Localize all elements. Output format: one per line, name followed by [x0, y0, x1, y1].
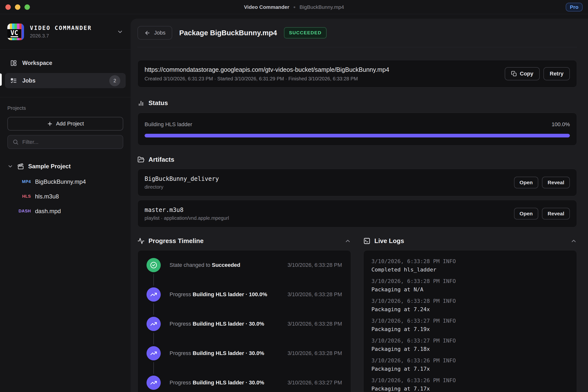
project-file-item[interactable]: MP4 BigBuckBunny.mp4: [7, 174, 123, 189]
bar-chart-icon: [138, 100, 144, 106]
log-message: Packaging at 7.17x: [372, 385, 569, 392]
jobs-count-badge: 2: [109, 75, 120, 86]
log-entry: 3/10/2026, 6:33:26 PM INFO Packaging at …: [372, 377, 569, 392]
close-window-button[interactable]: [6, 4, 11, 10]
log-entry: 3/10/2026, 6:33:27 PM INFO Packaging at …: [372, 317, 569, 333]
reveal-artifact-button[interactable]: Reveal: [542, 208, 570, 220]
log-timestamp: 3/10/2026, 6:33:28 PM INFO: [372, 258, 569, 265]
timeline-card: State changed to Succeeded 3/10/2026, 6:…: [138, 250, 351, 392]
copy-button-label: Copy: [520, 70, 533, 77]
reveal-artifact-button[interactable]: Reveal: [542, 177, 570, 188]
projects-section-label: Projects: [7, 105, 123, 111]
project-file-list: MP4 BigBuckBunny.mp4 HLS hls.m3u8 DASH d…: [7, 174, 123, 218]
job-header: Jobs Package BigBuckBunny.mp4 SUCCEEDED: [138, 26, 577, 40]
log-message: Packaging at N/A: [372, 286, 569, 293]
timeline-item-text: Progress Building HLS ladder · 30.0%: [170, 350, 278, 356]
plus-icon: [47, 121, 53, 127]
active-nav-indicator: [0, 74, 2, 86]
status-percent: 100.0%: [552, 121, 570, 128]
file-name: hls.m3u8: [35, 193, 59, 200]
chevron-up-icon[interactable]: [570, 238, 577, 244]
status-stage-label: Building HLS ladder: [144, 121, 192, 128]
app-name: VIDEO COMMANDER: [30, 25, 92, 31]
list-checks-icon: [10, 78, 17, 84]
live-logs-card: 3/10/2026, 6:33:28 PM INFO Completed hls…: [363, 250, 577, 392]
log-entry: 3/10/2026, 6:33:26 PM INFO Packaging at …: [372, 357, 569, 372]
clapperboard-icon: [18, 163, 24, 170]
job-timestamps: Created 3/10/2026, 6:31:23 PM · Started …: [144, 76, 500, 82]
back-to-jobs-button[interactable]: Jobs: [138, 26, 172, 40]
job-source-card: https://commondatastorage.googleapis.com…: [138, 60, 577, 88]
timeline-item-text: Progress Building HLS ladder · 30.0%: [170, 321, 278, 327]
folder-open-icon: [138, 156, 144, 163]
sidebar-projects-section: Projects Add Project: [0, 97, 130, 152]
log-timestamp: 3/10/2026, 6:33:27 PM INFO: [372, 317, 569, 324]
zoom-window-button[interactable]: [24, 4, 30, 10]
open-artifact-button[interactable]: Open: [514, 177, 538, 188]
open-artifact-button[interactable]: Open: [514, 208, 538, 220]
sidebar-item-workspace[interactable]: Workspace: [5, 56, 126, 70]
file-name: dash.mpd: [35, 208, 61, 214]
timeline-item: Progress Building HLS ladder · 30.0% 3/1…: [146, 368, 342, 392]
sidebar-nav: Workspace Jobs 2: [0, 50, 130, 97]
project-filter: [7, 135, 123, 149]
sidebar: VC VIDEO COMMANDER 2026.3.7 Workspace: [0, 14, 130, 392]
search-icon: [12, 139, 18, 145]
activity-icon: [138, 238, 144, 244]
pro-badge[interactable]: Pro: [566, 3, 582, 12]
timeline-item-text: State changed to Succeeded: [170, 262, 278, 268]
timeline-column: Progress Timeline State changed to Succe…: [138, 237, 351, 392]
project-row[interactable]: Sample Project: [7, 162, 123, 171]
filter-input[interactable]: [22, 139, 118, 145]
project-file-item[interactable]: HLS hls.m3u8: [7, 189, 123, 204]
chevron-down-icon[interactable]: [7, 164, 13, 169]
timeline-item: State changed to Succeeded 3/10/2026, 6:…: [146, 250, 342, 280]
add-project-button[interactable]: Add Project: [7, 117, 123, 130]
log-timestamp: 3/10/2026, 6:33:26 PM INFO: [372, 377, 569, 384]
minimize-window-button[interactable]: [15, 4, 20, 10]
titlebar-document-name: BigBuckBunny.mp4: [300, 4, 344, 10]
trending-up-icon: [150, 379, 157, 386]
sidebar-item-jobs[interactable]: Jobs 2: [5, 73, 126, 88]
copy-url-button[interactable]: Copy: [505, 67, 540, 80]
traffic-lights: [6, 4, 30, 10]
timeline-section-heading: Progress Timeline: [138, 237, 351, 245]
project-name: Sample Project: [28, 163, 70, 170]
main-panel: Jobs Package BigBuckBunny.mp4 SUCCEEDED …: [130, 18, 588, 392]
log-timestamp: 3/10/2026, 6:33:28 PM INFO: [372, 298, 569, 304]
timeline-item-time: 3/10/2026, 6:33:28 PM: [288, 262, 342, 268]
sidebar-item-label: Workspace: [22, 60, 52, 66]
retry-job-button[interactable]: Retry: [544, 67, 570, 80]
log-timestamp: 3/10/2026, 6:33:26 PM INFO: [372, 357, 569, 364]
arrow-left-icon: [144, 30, 150, 36]
timeline-item: Progress Building HLS ladder · 100.0% 3/…: [146, 280, 342, 309]
logs-heading-label: Live Logs: [374, 237, 404, 245]
log-timestamp: 3/10/2026, 6:33:28 PM INFO: [372, 278, 569, 285]
logs-column: Live Logs 3/10/2026, 6:33:28 PM INFO Com…: [363, 237, 577, 392]
artifacts-list: BigBuckBunny_delivery directory Open Rev…: [138, 169, 577, 227]
chevron-down-icon[interactable]: [117, 29, 123, 35]
timeline-item-time: 3/10/2026, 6:33:28 PM: [288, 291, 342, 298]
retry-button-label: Retry: [550, 70, 564, 77]
header-divider: [138, 47, 577, 47]
artifact-meta: playlist · application/vnd.apple.mpegurl: [144, 215, 509, 221]
artifacts-heading-label: Artifacts: [148, 156, 174, 164]
status-heading-label: Status: [148, 99, 168, 107]
trending-up-icon: [150, 350, 157, 357]
terminal-icon: [363, 238, 370, 244]
logs-section-heading: Live Logs: [363, 237, 577, 245]
sidebar-item-label: Jobs: [22, 78, 36, 84]
log-message: Packaging at 7.17x: [372, 365, 569, 372]
project-file-item[interactable]: DASH dash.mpd: [7, 204, 123, 218]
timeline-item: Progress Building HLS ladder · 30.0% 3/1…: [146, 309, 342, 338]
copy-icon: [511, 71, 517, 77]
chevron-up-icon[interactable]: [344, 238, 351, 244]
trending-up-icon: [150, 320, 157, 327]
timeline-item-time: 3/10/2026, 6:33:28 PM: [288, 350, 342, 356]
add-project-label: Add Project: [56, 120, 84, 127]
timeline-item-time: 3/10/2026, 6:33:28 PM: [288, 321, 342, 327]
artifacts-section-heading: Artifacts: [138, 156, 577, 164]
log-entry: 3/10/2026, 6:33:28 PM INFO Packaging at …: [372, 298, 569, 313]
app-logo-monogram: VC: [7, 29, 21, 38]
sidebar-header[interactable]: VC VIDEO COMMANDER 2026.3.7: [0, 14, 130, 50]
